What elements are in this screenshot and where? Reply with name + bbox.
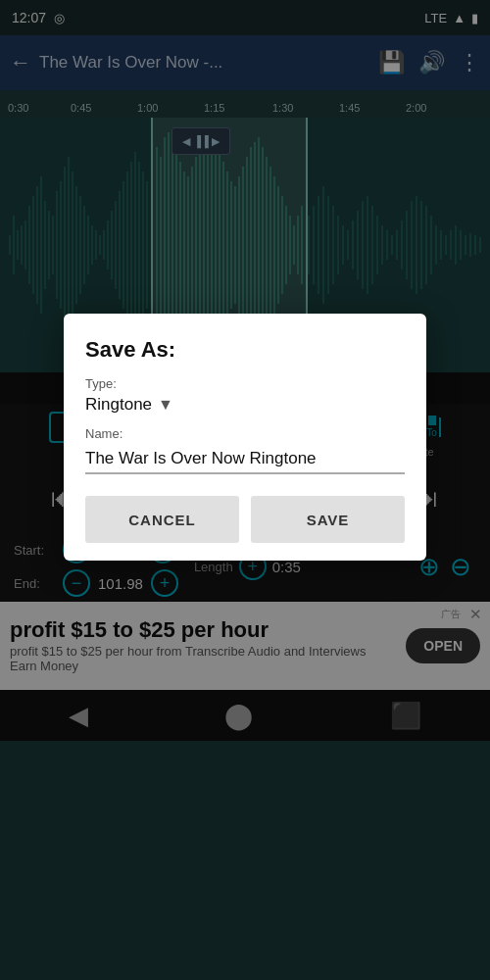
dialog-overlay: Save As: Type: Ringtone ▼ Name: CANCEL S…	[0, 0, 490, 980]
cancel-button[interactable]: CANCEL	[85, 496, 239, 543]
dialog-buttons: CANCEL SAVE	[85, 496, 405, 543]
type-label: Type:	[85, 376, 405, 391]
type-value: Ringtone	[85, 395, 152, 415]
type-select-row[interactable]: Ringtone ▼	[85, 395, 405, 415]
save-as-dialog: Save As: Type: Ringtone ▼ Name: CANCEL S…	[64, 314, 426, 561]
name-input[interactable]	[85, 445, 405, 474]
dialog-title: Save As:	[85, 337, 405, 363]
save-button[interactable]: SAVE	[251, 496, 405, 543]
name-label: Name:	[85, 426, 405, 441]
dropdown-arrow-icon[interactable]: ▼	[158, 396, 173, 414]
